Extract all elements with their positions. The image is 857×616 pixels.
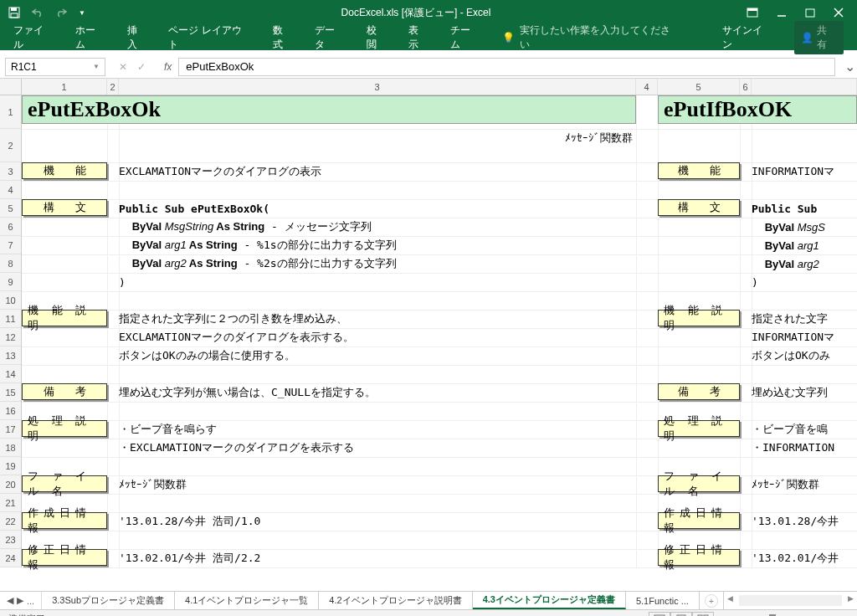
scroll-right-icon[interactable]: ▶ xyxy=(848,594,854,603)
view-normal-icon[interactable] xyxy=(649,612,670,617)
cell[interactable]: ByVal arg1 As String - %1sの部分に出力する文字列 xyxy=(119,236,636,254)
row-header[interactable]: 15 xyxy=(0,383,21,402)
cell[interactable]: EXCLAMATIONマークのダイアログの表示 xyxy=(119,162,636,181)
cell[interactable]: ByVal arg2 xyxy=(752,254,857,273)
row-header[interactable]: 22 xyxy=(0,512,21,531)
enter-icon[interactable]: ✓ xyxy=(137,61,146,73)
cell[interactable]: ・EXCLAMATIONマークのダイアログを表示する xyxy=(119,439,636,457)
save-icon[interactable] xyxy=(8,7,20,18)
col-header[interactable]: 5 xyxy=(658,79,740,95)
row-header[interactable]: 11 xyxy=(0,310,21,328)
label-r3[interactable]: 機 能 xyxy=(22,162,107,179)
tabs-first-icon[interactable]: ◀ xyxy=(7,595,13,606)
label-r24[interactable]: 修正日情報 xyxy=(22,549,107,566)
signin-link[interactable]: サインイン xyxy=(722,23,772,52)
tab-file[interactable]: ファイル xyxy=(13,23,54,52)
new-sheet-button[interactable]: + xyxy=(705,594,718,608)
label-r-r5[interactable]: 構 文 xyxy=(658,199,740,216)
cell[interactable]: 埋め込む文字列 xyxy=(752,383,857,402)
cell[interactable]: 指定された文字 xyxy=(752,310,857,328)
row-header[interactable]: 7 xyxy=(0,236,21,254)
row-header[interactable]: 24 xyxy=(0,549,21,567)
cell[interactable]: '13.01.28/今井 浩司/1.0 xyxy=(119,512,636,531)
row-header[interactable]: 20 xyxy=(0,475,21,494)
sheet-tab[interactable]: 4.2イベントプロシージャ説明書 xyxy=(319,592,472,609)
qat-dropdown-icon[interactable]: ▼ xyxy=(79,9,85,17)
formula-input[interactable]: ePutExBoxOk xyxy=(178,58,835,76)
title-right[interactable]: ePutIfBoxOK xyxy=(658,95,857,124)
row-header[interactable]: 18 xyxy=(0,439,21,457)
row-header[interactable]: 5 xyxy=(0,199,21,218)
cell[interactable]: Public Sub ePutExBoxOk( xyxy=(119,199,636,218)
share-button[interactable]: 👤 共有 xyxy=(794,21,844,54)
label-r-r15[interactable]: 備 考 xyxy=(658,383,740,400)
tab-team[interactable]: チーム xyxy=(450,23,480,52)
label-r-r11[interactable]: 機 能 説 明 xyxy=(658,310,740,326)
row-header[interactable]: 19 xyxy=(0,457,21,475)
label-r17[interactable]: 処 理 説 明 xyxy=(22,420,107,437)
cell[interactable]: ・ビープ音を鳴 xyxy=(752,420,857,439)
cell[interactable]: ByVal MsgString As String - メッセージ文字列 xyxy=(119,218,636,236)
minimize-icon[interactable] xyxy=(777,8,787,18)
cell[interactable]: ByVal arg2 As String - %2sの部分に出力する文字列 xyxy=(119,254,636,273)
cell[interactable]: EXCLAMATIONマークのダイアログを表示する。 xyxy=(119,328,636,346)
row-header[interactable]: 23 xyxy=(0,531,21,549)
row-header[interactable]: 17 xyxy=(0,420,21,439)
row-header[interactable]: 2 xyxy=(0,129,21,162)
row-header[interactable]: 8 xyxy=(0,254,21,273)
cell[interactable]: '13.01.28/今井 xyxy=(752,512,857,531)
close-icon[interactable] xyxy=(834,8,844,18)
ribbon-display-icon[interactable] xyxy=(747,8,758,18)
name-box[interactable]: R1C1 ▼ xyxy=(5,58,105,76)
sheet-tab[interactable]: 4.1イベントプロシージャ一覧 xyxy=(175,592,319,609)
row-header[interactable]: 3 xyxy=(0,162,21,181)
subtitle[interactable]: ﾒｯｾｰｼﾞ関数群 xyxy=(119,129,636,147)
col-header[interactable]: 2 xyxy=(107,79,119,95)
tab-insert[interactable]: 挿入 xyxy=(127,23,147,52)
tab-home[interactable]: ホーム xyxy=(75,23,105,52)
cells-area[interactable]: ePutExBoxOkePutIfBoxOKﾒｯｾｰｼﾞ関数群機 能機 能構 文… xyxy=(22,95,857,567)
col-header[interactable]: 6 xyxy=(740,79,752,95)
chevron-down-icon[interactable]: ▼ xyxy=(93,63,100,70)
label-r5[interactable]: 構 文 xyxy=(22,199,107,216)
cell[interactable]: Public Sub xyxy=(752,199,857,218)
view-pagelayout-icon[interactable] xyxy=(670,612,692,617)
redo-icon[interactable] xyxy=(55,8,67,18)
tabs-prev-icon[interactable]: ▶ xyxy=(17,595,23,606)
cell[interactable]: ボタンはOKのみ xyxy=(752,346,857,365)
sheet-tab[interactable]: 5.1Functic ... xyxy=(626,592,700,609)
label-r22[interactable]: 作成日情報 xyxy=(22,512,107,529)
row-header[interactable]: 9 xyxy=(0,273,21,291)
label-r11[interactable]: 機 能 説 明 xyxy=(22,310,107,326)
label-r15[interactable]: 備 考 xyxy=(22,383,107,400)
cell[interactable]: INFORMATIONマ xyxy=(752,162,857,181)
label-r20[interactable]: フ ァ イ ル 名 xyxy=(22,475,107,492)
view-pagebreak-icon[interactable] xyxy=(692,612,714,617)
maximize-icon[interactable] xyxy=(805,8,815,18)
cell[interactable]: ) xyxy=(119,273,636,291)
cell[interactable]: ・INFORMATION xyxy=(752,439,857,457)
cell[interactable]: INFORMATIONマ xyxy=(752,328,857,346)
row-header[interactable]: 14 xyxy=(0,365,21,383)
row-header[interactable]: 13 xyxy=(0,346,21,365)
undo-icon[interactable] xyxy=(32,8,44,18)
cell[interactable]: ) xyxy=(752,273,857,291)
cancel-icon[interactable]: ✕ xyxy=(119,61,127,73)
label-r-r20[interactable]: フ ァ イ ル 名 xyxy=(658,475,740,492)
row-header[interactable]: 1 xyxy=(0,95,21,129)
tab-formulas[interactable]: 数式 xyxy=(273,23,293,52)
select-all-corner[interactable] xyxy=(0,79,22,95)
scroll-left-icon[interactable]: ◀ xyxy=(727,594,733,603)
row-header[interactable]: 16 xyxy=(0,402,21,420)
cell[interactable]: ・ビープ音を鳴らす xyxy=(119,420,636,439)
sheet-tab[interactable]: 3.3Subプロシージャ定義書 xyxy=(42,592,175,609)
row-header[interactable]: 10 xyxy=(0,291,21,310)
row-header[interactable]: 6 xyxy=(0,218,21,236)
label-r-r24[interactable]: 修正日情報 xyxy=(658,549,740,566)
col-header[interactable]: 1 xyxy=(22,79,107,95)
label-r-r22[interactable]: 作成日情報 xyxy=(658,512,740,529)
cell[interactable]: '13.02.01/今井 浩司/2.2 xyxy=(119,549,636,567)
label-r-r17[interactable]: 処 理 説 明 xyxy=(658,420,740,437)
row-header[interactable]: 12 xyxy=(0,328,21,346)
formula-expand-icon[interactable]: ⌄ xyxy=(842,59,857,74)
